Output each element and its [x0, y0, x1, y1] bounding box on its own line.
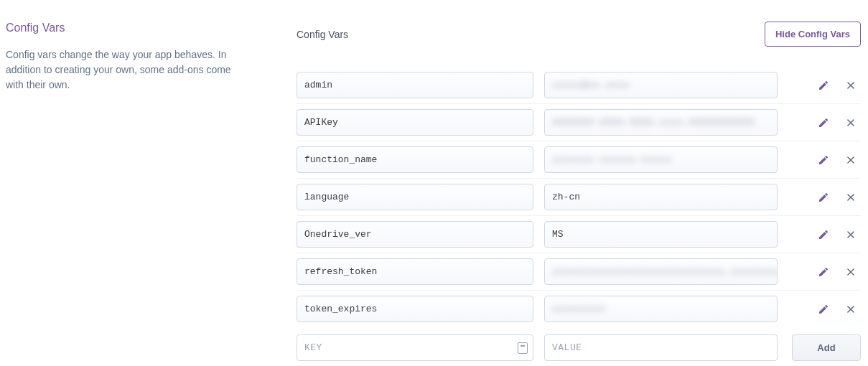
- config-var-row: token_expiresxxxxxxxxx: [297, 291, 861, 327]
- close-icon[interactable]: [845, 192, 857, 203]
- config-var-key-text: admin: [304, 80, 332, 90]
- config-var-value-text: zh-cn: [552, 192, 580, 202]
- config-var-row: function_namexxxxxxx-xxxxxx-xxxxx: [297, 141, 861, 179]
- config-var-key[interactable]: APIKey: [297, 109, 533, 136]
- add-config-var-row: Add: [297, 327, 861, 361]
- config-var-value-text: XXXXXXX-XXXX-XXXX-xxxx-XXXXXXXXXXX: [552, 117, 755, 128]
- config-var-row: Onedrive_verMS: [297, 216, 861, 253]
- config-var-value[interactable]: MS: [544, 221, 778, 248]
- close-icon[interactable]: [845, 229, 857, 240]
- config-var-value-text: xxxxx@xx.xxxx: [552, 80, 630, 90]
- config-var-key[interactable]: function_name: [297, 146, 533, 173]
- config-var-row: languagezh-cn: [297, 179, 861, 216]
- new-value-input[interactable]: [544, 334, 778, 361]
- close-icon[interactable]: [845, 117, 857, 128]
- section-title: Config Vars: [6, 22, 268, 34]
- pencil-icon[interactable]: [818, 266, 829, 278]
- config-var-value[interactable]: xxxxxxx-xxxxxx-xxxxx: [544, 146, 778, 173]
- config-var-key[interactable]: language: [297, 184, 533, 210]
- config-var-key[interactable]: admin: [297, 72, 533, 98]
- config-var-key-text: APIKey: [304, 117, 338, 128]
- close-icon[interactable]: [845, 266, 857, 278]
- config-var-row: adminxxxxx@xx.xxxx: [297, 67, 861, 104]
- pencil-icon[interactable]: [818, 154, 829, 166]
- config-var-key-text: refresh_token: [304, 266, 377, 277]
- config-var-value-text: xxxxxxxxxxxxxxxxxxxxxxxxxxxxx_xxxxxxxx_x…: [552, 266, 778, 277]
- page-title: Config Vars: [297, 29, 348, 40]
- config-var-value-text: xxxxxxxxx: [552, 304, 606, 314]
- close-icon[interactable]: [845, 154, 857, 166]
- config-var-key[interactable]: refresh_token: [297, 258, 533, 285]
- pencil-icon[interactable]: [818, 117, 829, 128]
- config-var-list: adminxxxxx@xx.xxxxAPIKeyXXXXXXX-XXXX-XXX…: [297, 67, 861, 327]
- config-var-value[interactable]: xxxxx@xx.xxxx: [544, 72, 778, 98]
- config-var-value[interactable]: zh-cn: [544, 184, 778, 210]
- config-var-key[interactable]: Onedrive_ver: [297, 221, 533, 248]
- config-var-value[interactable]: xxxxxxxxxxxxxxxxxxxxxxxxxxxxx_xxxxxxxx_x…: [544, 258, 778, 285]
- section-description: Config vars change the way your app beha…: [6, 47, 235, 93]
- new-key-input[interactable]: [297, 334, 533, 361]
- config-var-key-text: function_name: [304, 154, 377, 165]
- config-var-value-text: MS: [552, 229, 564, 240]
- close-icon[interactable]: [845, 304, 857, 315]
- pencil-icon[interactable]: [818, 229, 829, 240]
- config-var-key[interactable]: token_expires: [297, 296, 533, 322]
- config-var-key-text: Onedrive_ver: [304, 229, 372, 240]
- config-var-row: refresh_tokenxxxxxxxxxxxxxxxxxxxxxxxxxxx…: [297, 253, 861, 291]
- pencil-icon[interactable]: [818, 80, 829, 91]
- config-var-key-text: token_expires: [304, 304, 377, 314]
- close-icon[interactable]: [845, 80, 857, 91]
- config-var-row: APIKeyXXXXXXX-XXXX-XXXX-xxxx-XXXXXXXXXXX: [297, 104, 861, 141]
- pencil-icon[interactable]: [818, 192, 829, 203]
- autofill-icon: [518, 342, 528, 354]
- config-var-value[interactable]: XXXXXXX-XXXX-XXXX-xxxx-XXXXXXXXXXX: [544, 109, 778, 136]
- add-button[interactable]: Add: [792, 334, 861, 361]
- config-var-key-text: language: [304, 192, 349, 202]
- config-var-value-text: xxxxxxx-xxxxxx-xxxxx: [552, 154, 671, 165]
- config-var-value[interactable]: xxxxxxxxx: [544, 296, 778, 322]
- pencil-icon[interactable]: [818, 304, 829, 315]
- hide-config-vars-button[interactable]: Hide Config Vars: [765, 22, 861, 47]
